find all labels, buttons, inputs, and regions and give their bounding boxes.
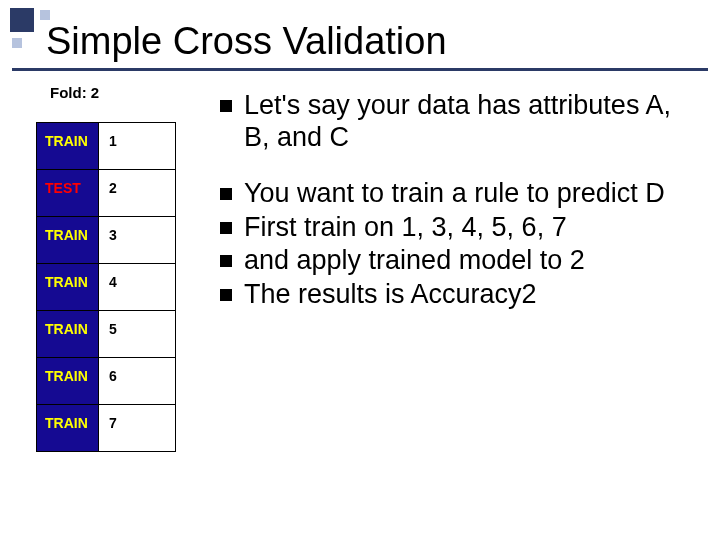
row-num: 1 <box>98 123 175 170</box>
square-bullet-icon <box>220 289 232 301</box>
row-label: TRAIN <box>37 217 99 264</box>
bullet-text: You want to train a rule to predict D <box>244 178 665 210</box>
bullet-group-top: Let's say your data has attributes A, B,… <box>220 90 702 154</box>
row-num: 6 <box>98 358 175 405</box>
bullet-text: First train on 1, 3, 4, 5, 6, 7 <box>244 212 567 244</box>
row-num: 4 <box>98 264 175 311</box>
fold-label: Fold: 2 <box>50 84 99 101</box>
table-row: TRAIN 1 <box>37 123 176 170</box>
bullet-text: Let's say your data has attributes A, B,… <box>244 90 702 154</box>
table-row: TRAIN 3 <box>37 217 176 264</box>
bullet-item: The results is Accuracy2 <box>220 279 702 311</box>
square-bullet-icon <box>220 255 232 267</box>
table-row: TRAIN 6 <box>37 358 176 405</box>
row-label: TEST <box>37 170 99 217</box>
bullet-group-bottom: You want to train a rule to predict D Fi… <box>220 178 702 311</box>
table-row: TRAIN 4 <box>37 264 176 311</box>
row-num: 2 <box>98 170 175 217</box>
row-label: TRAIN <box>37 311 99 358</box>
bullet-item: Let's say your data has attributes A, B,… <box>220 90 702 154</box>
row-label: TRAIN <box>37 358 99 405</box>
bullet-text: and apply trained model to 2 <box>244 245 585 277</box>
fold-table: TRAIN 1 TEST 2 TRAIN 3 TRAIN 4 TRAIN 5 T… <box>36 122 176 452</box>
row-label: TRAIN <box>37 405 99 452</box>
table-row: TRAIN 5 <box>37 311 176 358</box>
row-label: TRAIN <box>37 123 99 170</box>
square-bullet-icon <box>220 222 232 234</box>
page-title: Simple Cross Validation <box>46 20 447 63</box>
bullet-item: First train on 1, 3, 4, 5, 6, 7 <box>220 212 702 244</box>
row-num: 3 <box>98 217 175 264</box>
square-bullet-icon <box>220 100 232 112</box>
row-num: 5 <box>98 311 175 358</box>
bullet-item: You want to train a rule to predict D <box>220 178 702 210</box>
bullet-item: and apply trained model to 2 <box>220 245 702 277</box>
row-label: TRAIN <box>37 264 99 311</box>
table-row: TEST 2 <box>37 170 176 217</box>
table-row: TRAIN 7 <box>37 405 176 452</box>
content-area: Let's say your data has attributes A, B,… <box>220 90 702 335</box>
square-bullet-icon <box>220 188 232 200</box>
row-num: 7 <box>98 405 175 452</box>
title-rule <box>12 68 708 71</box>
bullet-text: The results is Accuracy2 <box>244 279 537 311</box>
